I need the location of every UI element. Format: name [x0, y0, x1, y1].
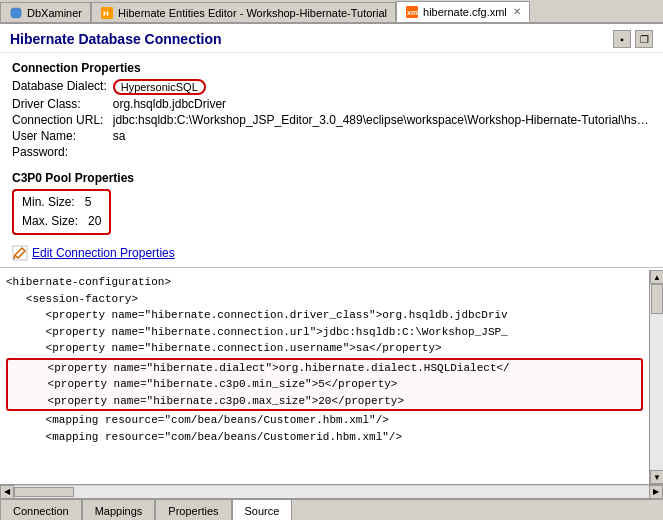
connection-props-grid: Database Dialect: HypersonicSQL Driver C… — [12, 79, 651, 159]
restore-button[interactable]: ❐ — [635, 30, 653, 48]
xml-line-6: <property name="hibernate.c3p0.min_size"… — [8, 376, 641, 393]
xml-line-5: <property name="hibernate.dialect">org.h… — [8, 360, 641, 377]
tab-connection-label: Connection — [13, 505, 69, 517]
xml-line-9: <mapping resource="com/bea/beans/Custome… — [6, 429, 643, 446]
tab-hibernate-cfg[interactable]: xml hibernate.cfg.xml ✕ — [396, 1, 530, 22]
tab-hibernate-editor-label: Hibernate Entities Editor - Workshop-Hib… — [118, 7, 387, 19]
edit-icon — [12, 245, 28, 261]
main-panel: Connection Properties Database Dialect: … — [0, 53, 663, 520]
xml-area: <hibernate-configuration> <session-facto… — [0, 270, 663, 484]
connection-properties-section: Connection Properties Database Dialect: … — [0, 53, 663, 167]
dialect-label: Database Dialect: — [12, 79, 107, 95]
xml-line-7: <property name="hibernate.c3p0.max_size"… — [8, 393, 641, 410]
xml-content[interactable]: <hibernate-configuration> <session-facto… — [0, 270, 649, 484]
vertical-scrollbar[interactable]: ▲ ▼ — [649, 270, 663, 484]
c3p0-max-value: 20 — [88, 214, 101, 228]
tab-dbxaminer[interactable]: DbXaminer — [0, 2, 91, 22]
h-scroll-left-button[interactable]: ◀ — [0, 485, 14, 499]
svg-line-9 — [14, 255, 15, 259]
page-title: Hibernate Database Connection — [10, 31, 222, 47]
connection-section-title: Connection Properties — [12, 61, 651, 75]
scroll-up-button[interactable]: ▲ — [650, 270, 663, 284]
bottom-tab-bar: Connection Mappings Properties Source — [0, 498, 663, 520]
content-area: Connection Properties Database Dialect: … — [0, 53, 663, 520]
edit-link-area: Edit Connection Properties — [0, 241, 663, 265]
tab-hibernate-cfg-label: hibernate.cfg.xml — [423, 6, 507, 18]
edit-connection-link[interactable]: Edit Connection Properties — [32, 246, 175, 260]
password-label: Password: — [12, 145, 107, 159]
dialect-value: HypersonicSQL — [113, 79, 651, 95]
xml-line-1: <session-factory> — [6, 291, 643, 308]
xml-line-8: <mapping resource="com/bea/beans/Custome… — [6, 412, 643, 429]
xml-line-4: <property name="hibernate.connection.use… — [6, 340, 643, 357]
scroll-down-button[interactable]: ▼ — [650, 470, 663, 484]
driver-value: org.hsqldb.jdbcDriver — [113, 97, 651, 111]
svg-point-2 — [11, 14, 21, 18]
driver-label: Driver Class: — [12, 97, 107, 111]
tab-mappings[interactable]: Mappings — [82, 500, 156, 520]
svg-text:H: H — [103, 9, 109, 18]
c3p0-max-row: Max. Size: 20 — [22, 212, 101, 231]
c3p0-section-title: C3P0 Pool Properties — [12, 171, 651, 185]
c3p0-section: C3P0 Pool Properties Min. Size: 5 Max. S… — [0, 167, 663, 241]
title-icons: ▪ ❐ — [613, 30, 653, 48]
c3p0-max-label: Max. Size: — [22, 214, 78, 228]
tab-connection[interactable]: Connection — [0, 500, 82, 520]
tab-properties-label: Properties — [168, 505, 218, 517]
main-window: Hibernate Database Connection ▪ ❐ Connec… — [0, 24, 663, 520]
url-label: Connection URL: — [12, 113, 107, 127]
c3p0-box: Min. Size: 5 Max. Size: 20 — [12, 189, 111, 235]
url-value: jdbc:hsqldb:C:\Workshop_JSP_Editor_3.0_4… — [113, 113, 651, 127]
tab-source[interactable]: Source — [232, 500, 293, 520]
username-value: sa — [113, 129, 651, 143]
password-value — [113, 145, 651, 159]
tab-properties[interactable]: Properties — [155, 500, 231, 520]
scroll-track[interactable] — [650, 284, 663, 470]
h-scroll-right-button[interactable]: ▶ — [649, 485, 663, 499]
xml-line-2: <property name="hibernate.connection.dri… — [6, 307, 643, 324]
xml-highlight-group: <property name="hibernate.dialect">org.h… — [6, 358, 643, 412]
scroll-thumb[interactable] — [651, 284, 663, 314]
xml-line-0: <hibernate-configuration> — [6, 274, 643, 291]
h-scroll-thumb[interactable] — [14, 487, 74, 497]
editor-title-bar: Hibernate Database Connection ▪ ❐ — [0, 24, 663, 53]
xml-icon: xml — [405, 5, 419, 19]
c3p0-min-value: 5 — [85, 195, 92, 209]
xml-line-3: <property name="hibernate.connection.url… — [6, 324, 643, 341]
hibernate-icon: H — [100, 6, 114, 20]
tab-close-icon[interactable]: ✕ — [513, 6, 521, 17]
divider — [0, 267, 663, 268]
db-icon — [9, 6, 23, 20]
horizontal-scrollbar[interactable]: ◀ ▶ — [0, 484, 663, 498]
tab-bar: DbXaminer H Hibernate Entities Editor - … — [0, 0, 663, 24]
tab-mappings-label: Mappings — [95, 505, 143, 517]
h-scroll-track[interactable] — [14, 486, 649, 498]
tab-hibernate-editor[interactable]: H Hibernate Entities Editor - Workshop-H… — [91, 2, 396, 22]
c3p0-min-label: Min. Size: — [22, 195, 75, 209]
dialect-badge: HypersonicSQL — [113, 79, 206, 95]
tab-source-label: Source — [245, 505, 280, 517]
maximize-button[interactable]: ▪ — [613, 30, 631, 48]
svg-rect-7 — [13, 246, 27, 260]
c3p0-min-row: Min. Size: 5 — [22, 193, 101, 212]
svg-text:xml: xml — [407, 9, 419, 16]
tab-dbxaminer-label: DbXaminer — [27, 7, 82, 19]
username-label: User Name: — [12, 129, 107, 143]
